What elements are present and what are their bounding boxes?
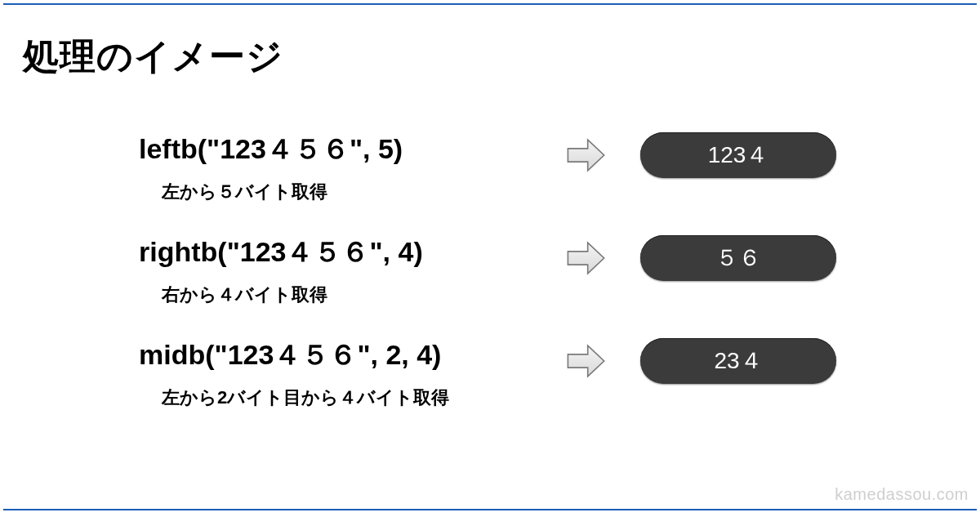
result-text: ５６ bbox=[715, 243, 761, 274]
result-text: 123４ bbox=[708, 140, 769, 171]
arrow-right-icon bbox=[564, 236, 608, 280]
function-block: midb("123４５６", 2, 4) 左から2バイト目から４バイト取得 bbox=[139, 336, 555, 410]
function-block: rightb("123４５６", 4) 右から４バイト取得 bbox=[139, 234, 555, 307]
page-title: 処理のイメージ bbox=[23, 33, 283, 81]
function-call: rightb("123４５６", 4) bbox=[139, 234, 555, 271]
bottom-rule bbox=[3, 509, 977, 510]
example-row: rightb("123４５６", 4) 右から４バイト取得 ５６ bbox=[139, 225, 956, 315]
result-pill: ５６ bbox=[640, 235, 836, 281]
result-pill: 23４ bbox=[640, 338, 836, 384]
examples-list: leftb("123４５６", 5) 左から５バイト取得 123４ rightb… bbox=[139, 123, 956, 431]
function-block: leftb("123４５６", 5) 左から５バイト取得 bbox=[139, 131, 555, 204]
example-row: leftb("123４５６", 5) 左から５バイト取得 123４ bbox=[139, 123, 956, 212]
function-description: 右から４バイト取得 bbox=[162, 283, 555, 307]
arrow-right-icon bbox=[564, 133, 608, 177]
function-description: 左から2バイト目から４バイト取得 bbox=[162, 386, 555, 410]
function-description: 左から５バイト取得 bbox=[162, 180, 555, 204]
result-pill: 123４ bbox=[640, 132, 836, 178]
example-row: midb("123４５６", 2, 4) 左から2バイト目から４バイト取得 23… bbox=[139, 328, 956, 418]
function-call: midb("123４５６", 2, 4) bbox=[139, 336, 555, 374]
function-call: leftb("123４５６", 5) bbox=[139, 131, 555, 168]
top-rule bbox=[3, 3, 977, 5]
watermark: kamedassou.com bbox=[835, 485, 969, 504]
arrow-right-icon bbox=[564, 339, 608, 383]
result-text: 23４ bbox=[714, 345, 762, 377]
